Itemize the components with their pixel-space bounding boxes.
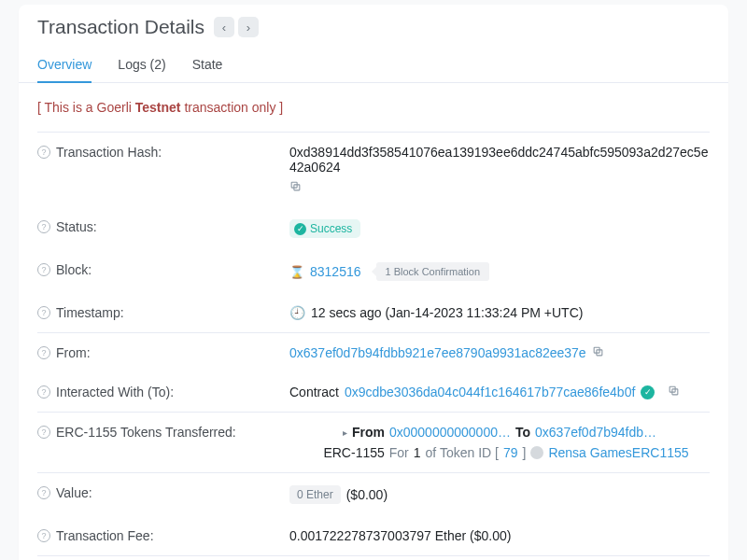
check-icon: ✓ [294,223,306,235]
transfer-line-2: ERC-1155 For 1 of Token ID [79] Rensa Ga… [310,445,688,460]
value-timestamp: 12 secs ago (Jan-14-2023 11:33:24 PM +UT… [311,305,583,320]
row-fee: ? Transaction Fee: 0.001722278737003797 … [19,516,728,555]
row-from: ? From: 0x637ef0d7b94fdbb921e7ee8790a993… [19,333,728,372]
copy-icon[interactable] [592,345,604,360]
row-timestamp: ? Timestamp: 🕘 12 secs ago (Jan-14-2023 … [19,293,728,332]
amount-text: 1 [414,445,421,460]
label-erc1155: ERC-1155 Tokens Transferred: [56,425,236,440]
label-timestamp: Timestamp: [56,305,124,320]
row-block: ? Block: ⌛ 8312516 1 Block Confirmation [19,250,728,293]
transfer-line-1: ▸ From 0x0000000000000… To 0x637ef0d7b94… [343,425,656,440]
token-name-link[interactable]: Rensa GamesERC1155 [548,445,688,460]
for-text: For [389,445,409,460]
row-value: ? Value: 0 Ether ($0.00) [19,473,728,516]
notice-suffix: transaction only ] [181,100,284,115]
row-tx-hash: ? Transaction Hash: 0xd38914dd3f35854107… [19,133,728,207]
help-icon[interactable]: ? [37,529,50,542]
help-icon[interactable]: ? [37,306,50,319]
label-fee: Transaction Fee: [56,528,154,543]
row-erc1155: ? ERC-1155 Tokens Transferred: ▸ From 0x… [19,413,728,472]
label-value: Value: [56,485,92,500]
tab-overview[interactable]: Overview [37,48,92,83]
label-to: Interacted With (To): [56,385,174,399]
status-badge: ✓ Success [289,219,360,238]
token-icon [530,446,543,459]
caret-right-icon: ▸ [343,427,347,438]
transfer-to-label: To [515,425,530,440]
help-icon[interactable]: ? [37,220,50,233]
confirmation-badge: 1 Block Confirmation [376,262,490,281]
transfer-from-link[interactable]: 0x0000000000000… [389,425,511,440]
value-usd: ($0.00) [346,487,388,502]
help-icon[interactable]: ? [37,346,50,359]
help-icon[interactable]: ? [37,486,50,499]
row-status: ? Status: ✓ Success [19,207,728,250]
page-header: Transaction Details ‹ › [19,16,728,48]
next-tx-button[interactable]: › [238,17,259,37]
erc1155-text: ERC-1155 [323,445,384,460]
value-fee: 0.001722278737003797 Ether ($0.00) [289,528,511,543]
row-gas: ? Gas Price: 0.000000002182257063 Ether … [19,556,728,560]
tab-state[interactable]: State [192,48,223,83]
help-icon[interactable]: ? [37,385,50,399]
status-text: Success [310,222,352,235]
to-address-link[interactable]: 0x9cdbe3036da04c044f1c164617b77cae86fe4b… [345,385,635,399]
tab-logs[interactable]: Logs (2) [118,48,165,83]
help-icon[interactable]: ? [37,146,50,159]
page-title: Transaction Details [37,16,204,38]
label-from: From: [56,345,91,360]
clock-icon: 🕘 [289,305,305,320]
testnet-notice: [ This is a Goerli Testnet transaction o… [19,83,728,132]
copy-icon[interactable] [668,385,680,399]
label-status: Status: [56,219,97,234]
prev-tx-button[interactable]: ‹ [214,17,234,37]
notice-bold: Testnet [135,100,181,115]
value-tx-hash: 0xd38914dd3f358541076ea139193ee6ddc24745… [289,145,710,175]
tabs: Overview Logs (2) State [19,48,728,83]
to-prefix: Contract [289,385,339,399]
bracket-close: ] [523,445,527,460]
token-id-link[interactable]: 79 [503,445,518,460]
help-icon[interactable]: ? [37,426,50,439]
label-tx-hash: Transaction Hash: [56,145,162,160]
block-link[interactable]: 8312516 [310,264,361,279]
row-to: ? Interacted With (To): Contract 0x9cdbe… [19,372,728,412]
value-ether-badge: 0 Ether [289,485,341,504]
transfer-from-label: From [352,425,385,440]
help-icon[interactable]: ? [37,263,50,276]
transaction-card: Transaction Details ‹ › Overview Logs (2… [19,5,728,560]
hourglass-icon: ⌛ [289,265,304,279]
of-token-text: of Token ID [ [426,445,499,460]
transfer-to-link[interactable]: 0x637ef0d7b94fdb… [535,425,656,440]
copy-icon[interactable] [289,180,302,195]
verified-icon: ✓ [641,385,655,399]
from-address-link[interactable]: 0x637ef0d7b94fdbb921e7ee8790a9931ac82ee3… [289,345,586,360]
label-block: Block: [56,262,92,277]
notice-prefix: [ This is a Goerli [37,100,135,115]
